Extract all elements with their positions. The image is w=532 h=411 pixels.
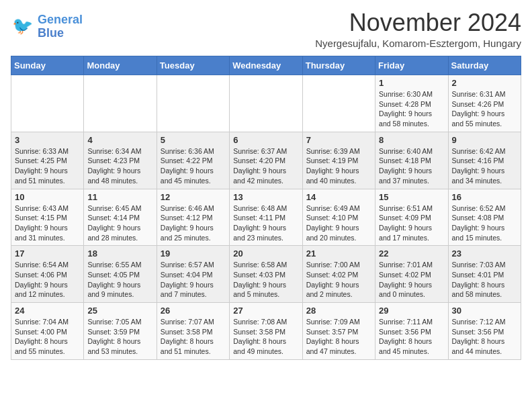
day-info: Sunrise: 6:37 AM Sunset: 4:20 PM Dayligh… (233, 146, 298, 186)
day-cell (157, 75, 229, 132)
week-row-5: 24Sunrise: 7:04 AM Sunset: 4:00 PM Dayli… (11, 303, 521, 360)
day-info: Sunrise: 7:05 AM Sunset: 3:59 PM Dayligh… (87, 317, 152, 357)
day-info: Sunrise: 7:08 AM Sunset: 3:58 PM Dayligh… (233, 317, 298, 357)
day-cell: 27Sunrise: 7:08 AM Sunset: 3:58 PM Dayli… (230, 303, 302, 360)
weekday-header-thursday: Thursday (302, 56, 375, 75)
day-cell: 24Sunrise: 7:04 AM Sunset: 4:00 PM Dayli… (11, 303, 84, 360)
weekday-header-row: SundayMondayTuesdayWednesdayThursdayFrid… (11, 56, 521, 75)
day-number: 7 (306, 135, 371, 145)
day-number: 11 (87, 192, 152, 202)
day-number: 19 (161, 248, 226, 259)
day-number: 25 (87, 306, 152, 316)
day-number: 2 (452, 78, 517, 88)
day-number: 9 (452, 135, 517, 145)
day-cell: 3Sunrise: 6:33 AM Sunset: 4:25 PM Daylig… (11, 132, 84, 189)
day-cell: 16Sunrise: 6:52 AM Sunset: 4:08 PM Dayli… (448, 189, 521, 246)
day-number: 17 (15, 248, 80, 259)
day-info: Sunrise: 7:11 AM Sunset: 3:56 PM Dayligh… (379, 317, 444, 357)
week-row-2: 3Sunrise: 6:33 AM Sunset: 4:25 PM Daylig… (11, 132, 521, 189)
day-cell: 5Sunrise: 6:36 AM Sunset: 4:22 PM Daylig… (157, 132, 229, 189)
day-info: Sunrise: 6:55 AM Sunset: 4:05 PM Dayligh… (87, 260, 152, 300)
day-cell (11, 75, 84, 132)
day-cell: 10Sunrise: 6:43 AM Sunset: 4:15 PM Dayli… (11, 189, 84, 246)
day-info: Sunrise: 6:51 AM Sunset: 4:09 PM Dayligh… (379, 203, 444, 243)
day-info: Sunrise: 6:58 AM Sunset: 4:03 PM Dayligh… (233, 260, 298, 300)
day-cell: 22Sunrise: 7:01 AM Sunset: 4:02 PM Dayli… (375, 246, 448, 303)
day-number: 14 (306, 192, 371, 202)
day-number: 6 (233, 135, 298, 145)
logo: 🐦 General Blue (11, 13, 83, 40)
day-info: Sunrise: 7:09 AM Sunset: 3:57 PM Dayligh… (306, 317, 371, 357)
day-info: Sunrise: 6:34 AM Sunset: 4:23 PM Dayligh… (87, 146, 152, 186)
day-number: 27 (233, 306, 298, 316)
day-info: Sunrise: 7:00 AM Sunset: 4:02 PM Dayligh… (306, 260, 371, 300)
title-block: November 2024 Nyergesujfalu, Komarom-Esz… (315, 11, 521, 49)
day-cell (230, 75, 302, 132)
day-info: Sunrise: 6:54 AM Sunset: 4:06 PM Dayligh… (15, 260, 80, 300)
logo-text: General Blue (38, 13, 83, 40)
day-info: Sunrise: 7:01 AM Sunset: 4:02 PM Dayligh… (379, 260, 444, 300)
day-cell: 29Sunrise: 7:11 AM Sunset: 3:56 PM Dayli… (375, 303, 448, 360)
day-info: Sunrise: 6:33 AM Sunset: 4:25 PM Dayligh… (15, 146, 80, 186)
day-number: 8 (379, 135, 444, 145)
day-number: 26 (161, 306, 226, 316)
day-number: 4 (87, 135, 152, 145)
day-cell: 13Sunrise: 6:48 AM Sunset: 4:11 PM Dayli… (230, 189, 302, 246)
weekday-header-wednesday: Wednesday (230, 56, 302, 75)
calendar-header: SundayMondayTuesdayWednesdayThursdayFrid… (11, 56, 521, 75)
calendar-body: 1Sunrise: 6:30 AM Sunset: 4:28 PM Daylig… (11, 75, 521, 360)
location-subtitle: Nyergesujfalu, Komarom-Esztergom, Hungar… (315, 38, 521, 49)
day-cell: 20Sunrise: 6:58 AM Sunset: 4:03 PM Dayli… (230, 246, 302, 303)
day-cell: 9Sunrise: 6:42 AM Sunset: 4:16 PM Daylig… (448, 132, 521, 189)
day-info: Sunrise: 6:39 AM Sunset: 4:19 PM Dayligh… (306, 146, 371, 186)
page-header: 🐦 General Blue November 2024 Nyergesujfa… (11, 11, 521, 49)
day-number: 24 (15, 306, 80, 316)
calendar-table: SundayMondayTuesdayWednesdayThursdayFrid… (11, 56, 521, 360)
day-number: 30 (452, 306, 517, 316)
day-cell: 12Sunrise: 6:46 AM Sunset: 4:12 PM Dayli… (157, 189, 229, 246)
day-info: Sunrise: 6:30 AM Sunset: 4:28 PM Dayligh… (379, 89, 444, 129)
weekday-header-sunday: Sunday (11, 56, 84, 75)
day-cell (302, 75, 375, 132)
day-cell: 26Sunrise: 7:07 AM Sunset: 3:58 PM Dayli… (157, 303, 229, 360)
day-number: 21 (306, 248, 371, 259)
day-info: Sunrise: 6:46 AM Sunset: 4:12 PM Dayligh… (161, 203, 226, 243)
weekday-header-monday: Monday (84, 56, 157, 75)
day-cell: 6Sunrise: 6:37 AM Sunset: 4:20 PM Daylig… (230, 132, 302, 189)
day-cell: 14Sunrise: 6:49 AM Sunset: 4:10 PM Dayli… (302, 189, 375, 246)
day-number: 28 (306, 306, 371, 316)
day-number: 16 (452, 192, 517, 202)
day-cell: 17Sunrise: 6:54 AM Sunset: 4:06 PM Dayli… (11, 246, 84, 303)
day-info: Sunrise: 6:45 AM Sunset: 4:14 PM Dayligh… (87, 203, 152, 243)
svg-text:🐦: 🐦 (12, 15, 34, 36)
weekday-header-tuesday: Tuesday (157, 56, 229, 75)
day-cell: 30Sunrise: 7:12 AM Sunset: 3:56 PM Dayli… (448, 303, 521, 360)
day-info: Sunrise: 6:57 AM Sunset: 4:04 PM Dayligh… (161, 260, 226, 300)
day-cell: 28Sunrise: 7:09 AM Sunset: 3:57 PM Dayli… (302, 303, 375, 360)
day-number: 5 (161, 135, 226, 145)
day-info: Sunrise: 6:40 AM Sunset: 4:18 PM Dayligh… (379, 146, 444, 186)
day-cell: 8Sunrise: 6:40 AM Sunset: 4:18 PM Daylig… (375, 132, 448, 189)
day-number: 13 (233, 192, 298, 202)
day-cell: 15Sunrise: 6:51 AM Sunset: 4:09 PM Dayli… (375, 189, 448, 246)
weekday-header-friday: Friday (375, 56, 448, 75)
day-number: 3 (15, 135, 80, 145)
week-row-3: 10Sunrise: 6:43 AM Sunset: 4:15 PM Dayli… (11, 189, 521, 246)
month-title: November 2024 (315, 11, 521, 35)
day-info: Sunrise: 6:48 AM Sunset: 4:11 PM Dayligh… (233, 203, 298, 243)
day-cell: 2Sunrise: 6:31 AM Sunset: 4:26 PM Daylig… (448, 75, 521, 132)
day-cell: 25Sunrise: 7:05 AM Sunset: 3:59 PM Dayli… (84, 303, 157, 360)
day-info: Sunrise: 7:04 AM Sunset: 4:00 PM Dayligh… (15, 317, 80, 357)
day-info: Sunrise: 6:36 AM Sunset: 4:22 PM Dayligh… (161, 146, 226, 186)
day-info: Sunrise: 6:31 AM Sunset: 4:26 PM Dayligh… (452, 89, 517, 129)
day-number: 18 (87, 248, 152, 259)
day-info: Sunrise: 6:52 AM Sunset: 4:08 PM Dayligh… (452, 203, 517, 243)
day-cell: 11Sunrise: 6:45 AM Sunset: 4:14 PM Dayli… (84, 189, 157, 246)
day-number: 20 (233, 248, 298, 259)
day-cell: 7Sunrise: 6:39 AM Sunset: 4:19 PM Daylig… (302, 132, 375, 189)
week-row-1: 1Sunrise: 6:30 AM Sunset: 4:28 PM Daylig… (11, 75, 521, 132)
day-number: 15 (379, 192, 444, 202)
logo-icon: 🐦 (11, 15, 35, 39)
day-number: 23 (452, 248, 517, 259)
day-info: Sunrise: 6:43 AM Sunset: 4:15 PM Dayligh… (15, 203, 80, 243)
